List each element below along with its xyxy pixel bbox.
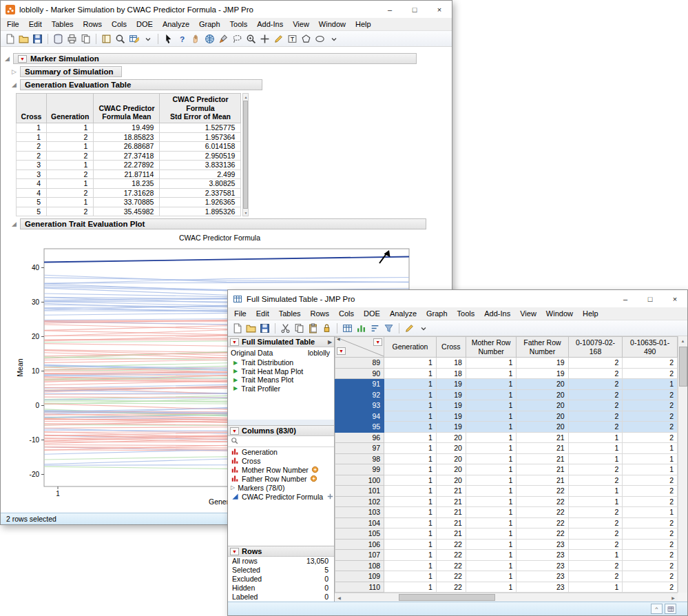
menu-view[interactable]: View	[288, 19, 314, 30]
table-script-item[interactable]: ▶Trait Distribution	[228, 358, 334, 367]
grid-cell[interactable]: 1	[466, 486, 516, 497]
grid-cell[interactable]: 21	[436, 496, 466, 507]
grid-cell[interactable]: 1	[466, 453, 516, 464]
grid-cell[interactable]: 2	[568, 539, 623, 550]
row-number-cell[interactable]: 105	[335, 528, 384, 540]
grid-cell[interactable]: 22	[436, 550, 466, 561]
red-triangle-menu-icon[interactable]: ▼	[18, 55, 27, 63]
grid-cell[interactable]: 2	[568, 475, 623, 486]
rows-stat[interactable]: Hidden0	[228, 584, 334, 593]
grid-cell[interactable]: 1	[466, 379, 516, 390]
grid-cell[interactable]: 20	[517, 411, 568, 422]
menu-file[interactable]: File	[229, 308, 251, 319]
grid-cell[interactable]: 20	[517, 400, 568, 411]
paste-icon[interactable]	[306, 322, 320, 335]
grid-cell[interactable]: 1	[466, 496, 516, 507]
rows-stat[interactable]: All rows13,050	[228, 557, 334, 566]
grid-cell[interactable]: 1	[466, 475, 516, 486]
grid-cell[interactable]: 1	[384, 443, 437, 454]
grid-cell[interactable]: 2	[568, 507, 623, 518]
grid-cell[interactable]: 19	[436, 379, 466, 390]
sort-icon[interactable]	[368, 322, 382, 335]
row-number-cell[interactable]: 104	[335, 517, 384, 528]
table-script-item[interactable]: ▶Trait Means Plot	[228, 376, 334, 384]
column-header[interactable]: Generation	[47, 94, 94, 123]
grid-cell[interactable]: 1	[466, 507, 516, 518]
grid-column-header[interactable]: 0-10079-02-168	[568, 337, 623, 358]
red-triangle-menu-icon[interactable]: ▼	[230, 548, 239, 555]
scrollbar-thumb[interactable]	[243, 101, 248, 209]
grid-cell[interactable]: 1	[384, 571, 437, 582]
maximize-button[interactable]: □	[402, 1, 427, 18]
menu-cols[interactable]: Cols	[107, 19, 132, 30]
row-number-cell[interactable]: 91	[335, 379, 384, 390]
grid-cell[interactable]: 1	[384, 560, 437, 571]
grid-cell[interactable]: 2	[623, 528, 678, 540]
grid-cell[interactable]: 22	[436, 539, 466, 550]
grid-cell[interactable]: 20	[436, 443, 466, 454]
collapse-sidebar-icon[interactable]: ◀	[337, 337, 340, 342]
grid-cell[interactable]: 20	[517, 379, 568, 390]
disclosure-closed-icon[interactable]: ▷	[10, 68, 18, 75]
minimize-button[interactable]: –	[377, 1, 402, 18]
menu-rows[interactable]: Rows	[79, 19, 107, 30]
grid-cell[interactable]: 20	[436, 432, 466, 443]
column-list-item[interactable]: Generation	[228, 447, 334, 456]
grid-cell[interactable]: 1	[466, 560, 516, 571]
grid-cell[interactable]: 22	[436, 582, 466, 593]
grid-cell[interactable]: 21	[436, 507, 466, 518]
grid-cell[interactable]: 1	[568, 582, 623, 593]
scrollbar-thumb[interactable]	[399, 594, 495, 601]
row-number-cell[interactable]: 95	[335, 422, 384, 433]
grid-cell[interactable]: 2	[568, 389, 623, 400]
grid-cell[interactable]: 2	[623, 539, 678, 550]
grid-cell[interactable]: 2	[568, 528, 623, 540]
row-number-cell[interactable]: 102	[335, 496, 384, 507]
new-icon[interactable]	[231, 322, 244, 335]
outline-marker-simulation[interactable]: ▼ Marker Simulation	[13, 53, 417, 64]
grid-cell[interactable]: 2	[623, 411, 678, 422]
menu-tables[interactable]: Tables	[47, 19, 79, 30]
grid-cell[interactable]: 18	[436, 358, 466, 369]
grid-cell[interactable]: 22	[517, 517, 568, 528]
menu-tools[interactable]: Tools	[225, 19, 253, 30]
grid-cell[interactable]: 2	[623, 571, 678, 582]
disclosure-open-icon[interactable]: ◢	[10, 81, 18, 88]
grid-cell[interactable]: 22	[436, 560, 466, 571]
grid-cell[interactable]: 1	[623, 464, 678, 475]
table-panel-header[interactable]: ▼ Full Simulated Table ▶	[228, 336, 334, 347]
crosshair-icon[interactable]	[258, 32, 271, 45]
grid-cell[interactable]: 1	[466, 528, 516, 540]
outline-generation-trait-plot[interactable]: Generation Trait Evaluation Plot	[20, 218, 426, 229]
grid-cell[interactable]: 1	[623, 507, 678, 518]
new-icon[interactable]	[3, 32, 17, 45]
grid-cell[interactable]: 1	[568, 496, 623, 507]
disclosure-open-icon[interactable]: ◢	[3, 55, 11, 62]
grid-cell[interactable]: 2	[623, 475, 678, 486]
grid-cell[interactable]: 1	[466, 517, 516, 528]
titlebar[interactable]: Full Simulated Table - JMP Pro – □ ×	[228, 290, 687, 307]
grid-cell[interactable]: 23	[517, 539, 568, 550]
grid-column-header[interactable]: Cross	[436, 337, 466, 358]
grid-column-header[interactable]: Mother Row Number	[466, 337, 516, 358]
grid-view-button[interactable]	[665, 604, 676, 614]
grid-cell[interactable]: 1	[466, 464, 516, 475]
table-edit-icon[interactable]	[127, 32, 140, 45]
grid-cell[interactable]: 2	[623, 560, 678, 571]
close-button[interactable]: ×	[427, 1, 452, 18]
grid-cell[interactable]: 2	[568, 368, 623, 379]
grid-cell[interactable]: 19	[517, 368, 568, 379]
row-number-cell[interactable]: 100	[335, 475, 384, 486]
magnifier-plus-icon[interactable]	[244, 32, 258, 45]
grid-cell[interactable]: 1	[384, 496, 437, 507]
grid-cell[interactable]: 22	[517, 496, 568, 507]
grid-cell[interactable]: 23	[517, 550, 568, 561]
chevron-down-icon[interactable]	[417, 322, 430, 335]
rows-stat[interactable]: Selected5	[228, 566, 334, 575]
grid-cell[interactable]: 20	[436, 464, 466, 475]
grid-cell[interactable]: 1	[466, 368, 516, 379]
menu-analyze[interactable]: Analyze	[158, 19, 194, 30]
column-search-input[interactable]	[240, 438, 331, 445]
grid-cell[interactable]: 1	[466, 443, 516, 454]
row-number-cell[interactable]: 92	[335, 389, 384, 400]
